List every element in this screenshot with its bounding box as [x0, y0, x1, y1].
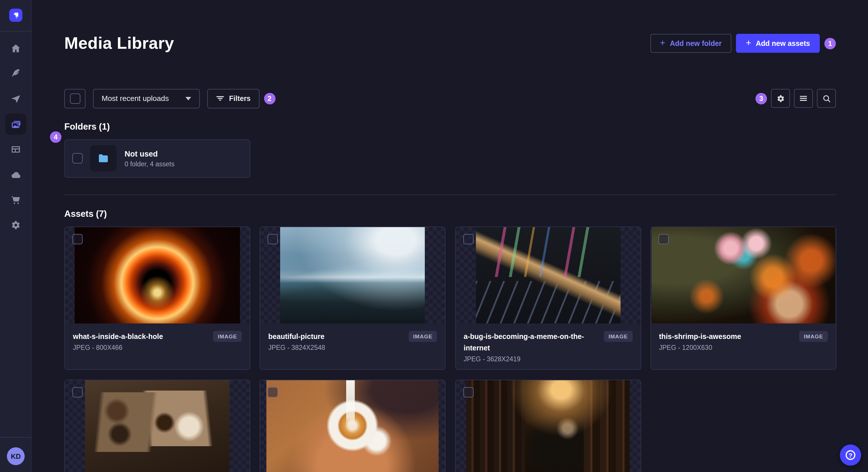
asset-checkbox[interactable]: [72, 387, 83, 397]
list-icon: [799, 94, 808, 103]
filters-label: Filters: [229, 95, 251, 103]
asset-image: [280, 227, 425, 323]
sidebar-divider-top: [0, 31, 32, 32]
add-new-folder-button[interactable]: + Add new folder: [650, 34, 732, 53]
asset-name: this-shrimp-is-awesome: [659, 331, 795, 342]
asset-meta: JPEG - 1200X630: [659, 344, 795, 351]
asset-type-badge: IMAGE: [213, 331, 242, 341]
media-library-icon: [10, 119, 22, 130]
asset-info: beautiful-picture JPEG - 3824X2548 IMAGE: [260, 323, 445, 369]
sidebar-item-settings[interactable]: [5, 214, 26, 236]
asset-meta: JPEG - 3628X2419: [464, 355, 599, 362]
folder-iconbox: [90, 145, 117, 171]
folder-text: Not used 0 folder, 4 assets: [125, 149, 175, 167]
add-new-folder-label: Add new folder: [670, 40, 722, 47]
annotation-badge-4: 4: [50, 131, 61, 143]
sidebar-divider-bottom: [0, 437, 32, 438]
annotation-badge-1: 1: [825, 38, 836, 49]
asset-card[interactable]: beautiful-picture JPEG - 3824X2548 IMAGE: [260, 226, 446, 370]
sidebar-item-media-library[interactable]: [5, 113, 26, 135]
annotation-badge-2: 2: [264, 93, 275, 104]
asset-meta: JPEG - 800X466: [73, 344, 209, 351]
asset-image: [85, 380, 229, 472]
folder-name: Not used: [125, 149, 175, 158]
asset-card[interactable]: what-s-inside-a-black-hole JPEG - 800X46…: [64, 226, 250, 370]
asset-text: this-shrimp-is-awesome JPEG - 1200X630: [659, 331, 795, 351]
asset-thumbnail: [65, 227, 250, 323]
strapi-logo-icon: [12, 11, 20, 19]
cloud-icon: [10, 169, 22, 180]
folder-icon: [97, 152, 110, 165]
asset-checkbox[interactable]: [268, 234, 278, 244]
asset-thumbnail: [456, 227, 640, 323]
search-icon: [822, 94, 831, 103]
cart-icon: [10, 194, 21, 205]
avatar[interactable]: KD: [7, 447, 25, 465]
filters-button[interactable]: Filters: [207, 89, 259, 108]
sidebar-item-content-manager[interactable]: [5, 63, 26, 84]
asset-text: a-bug-is-becoming-a-meme-on-the-internet…: [464, 331, 599, 362]
search-button[interactable]: [817, 89, 836, 108]
assets-heading: Assets (7): [64, 208, 836, 219]
toolbar: Most recent uploads Filters 2 3: [64, 89, 836, 108]
asset-checkbox[interactable]: [463, 387, 473, 397]
asset-card[interactable]: coffee-beans JPEG - 5021X3347 IMAGE: [64, 379, 250, 472]
asset-meta: JPEG - 3824X2548: [268, 344, 404, 351]
sidebar-item-releases[interactable]: [5, 88, 26, 109]
asset-card[interactable]: the-internet-s-own-boy JPEG - 1200X707 I…: [455, 379, 641, 472]
page-header: Media Library + Add new folder + Add new…: [64, 23, 836, 64]
asset-thumbnail: [260, 380, 445, 472]
assets-section: Assets (7) what-s-inside-a-black-hole JP…: [64, 208, 836, 472]
sidebar-item-content-type-builder[interactable]: [5, 139, 26, 160]
asset-thumbnail: [456, 380, 640, 472]
chevron-down-icon: [185, 97, 191, 100]
asset-type-badge: IMAGE: [408, 331, 437, 341]
asset-text: what-s-inside-a-black-hole JPEG - 800X46…: [73, 331, 209, 351]
plus-icon: +: [660, 38, 665, 47]
sort-selected-value: Most recent uploads: [102, 94, 169, 103]
strapi-logo[interactable]: [9, 9, 22, 22]
sidebar: KD: [0, 0, 32, 472]
asset-image: [267, 380, 439, 472]
folder-meta: 0 folder, 4 assets: [125, 160, 175, 167]
paper-plane-icon: [10, 94, 21, 104]
asset-image: [476, 227, 620, 323]
asset-text: beautiful-picture JPEG - 3824X2548: [268, 331, 404, 351]
asset-thumbnail: [260, 227, 445, 323]
list-view-button[interactable]: [794, 89, 813, 108]
filter-icon: [216, 94, 224, 103]
media-library-page: KD Media Library + Add new folder + Add …: [0, 0, 868, 472]
add-new-assets-label: Add new assets: [756, 40, 810, 47]
asset-checkbox[interactable]: [268, 387, 278, 397]
folder-checkbox[interactable]: [72, 153, 83, 164]
sidebar-item-deploy[interactable]: [5, 164, 26, 185]
sidebar-item-marketplace[interactable]: [5, 189, 26, 210]
assets-grid: what-s-inside-a-black-hole JPEG - 800X46…: [64, 226, 836, 472]
asset-card[interactable]: coffee-art JPEG - 5824X3259 IMAGE: [260, 379, 446, 472]
view-settings-button[interactable]: [771, 89, 790, 108]
asset-type-badge: IMAGE: [604, 331, 632, 341]
asset-thumbnail: [65, 380, 250, 472]
sidebar-item-home[interactable]: [5, 38, 26, 59]
asset-info: what-s-inside-a-black-hole JPEG - 800X46…: [65, 323, 250, 369]
asset-checkbox[interactable]: [463, 234, 473, 244]
select-all-checkbox[interactable]: [64, 89, 86, 108]
asset-card[interactable]: this-shrimp-is-awesome JPEG - 1200X630 I…: [650, 226, 836, 370]
folder-card[interactable]: Not used 0 folder, 4 assets: [64, 139, 250, 177]
layout-icon: [10, 144, 21, 155]
asset-card[interactable]: a-bug-is-becoming-a-meme-on-the-internet…: [455, 226, 641, 370]
section-divider: [64, 194, 836, 195]
toolbar-right: 3: [751, 89, 836, 108]
asset-type-badge: IMAGE: [799, 331, 828, 341]
asset-checkbox[interactable]: [658, 234, 669, 244]
sort-dropdown[interactable]: Most recent uploads: [93, 89, 200, 108]
help-icon: ?: [846, 450, 856, 460]
help-button[interactable]: ?: [840, 444, 861, 466]
page-title: Media Library: [64, 34, 174, 53]
asset-checkbox[interactable]: [72, 234, 83, 244]
gear-icon: [776, 94, 785, 103]
asset-name: what-s-inside-a-black-hole: [73, 331, 209, 342]
add-new-assets-button[interactable]: + Add new assets: [736, 34, 820, 53]
main-content: Media Library + Add new folder + Add new…: [32, 0, 868, 472]
asset-info: this-shrimp-is-awesome JPEG - 1200X630 I…: [651, 323, 836, 369]
